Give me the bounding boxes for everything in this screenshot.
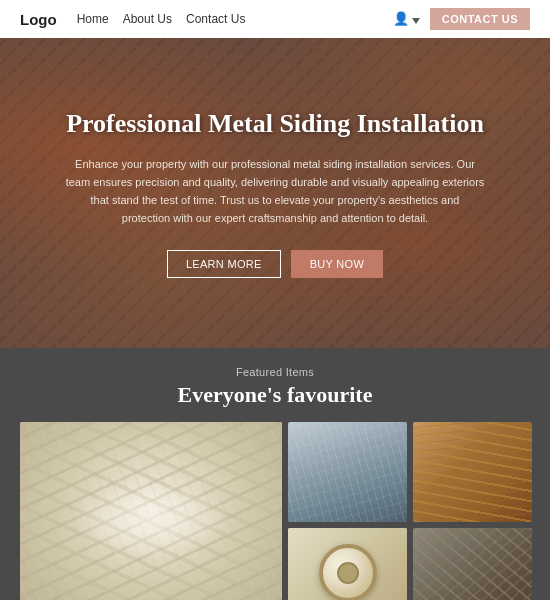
nav-links: Home About Us Contact Us (77, 12, 246, 26)
image-grid (20, 422, 530, 600)
logo: Logo (20, 11, 57, 28)
product-image-nails[interactable] (413, 422, 532, 522)
hero-buttons: LEARN MORE BUY NOW (65, 250, 485, 278)
user-icon-wrap[interactable]: 👤 (393, 10, 420, 28)
hero-section: Professional Metal Siding Installation E… (0, 38, 550, 348)
product-image-screws-mixed[interactable] (413, 528, 532, 600)
hero-description: Enhance your property with our professio… (65, 155, 485, 228)
nav-link-home[interactable]: Home (77, 12, 109, 26)
featured-title: Everyone's favourite (20, 382, 530, 408)
user-icon: 👤 (393, 11, 409, 27)
nav-left-group: Logo Home About Us Contact Us (20, 11, 245, 28)
hero-content: Professional Metal Siding Installation E… (15, 108, 535, 277)
product-image-hangers[interactable] (288, 422, 407, 522)
featured-label: Featured Items (20, 366, 530, 378)
contact-us-button[interactable]: CONTACT US (430, 8, 530, 30)
buy-now-button[interactable]: BUY NOW (291, 250, 383, 278)
hero-title: Professional Metal Siding Installation (65, 108, 485, 141)
nav-link-contact[interactable]: Contact Us (186, 12, 245, 26)
learn-more-button[interactable]: LEARN MORE (167, 250, 281, 278)
nav-link-about[interactable]: About Us (123, 12, 172, 26)
product-image-anchors[interactable] (20, 422, 282, 600)
product-image-tape[interactable] (288, 528, 407, 600)
featured-section: Featured Items Everyone's favourite (0, 348, 550, 600)
chevron-down-icon (412, 10, 420, 28)
navbar: Logo Home About Us Contact Us 👤 CONTACT … (0, 0, 550, 38)
nav-right-group: 👤 CONTACT US (393, 8, 530, 30)
